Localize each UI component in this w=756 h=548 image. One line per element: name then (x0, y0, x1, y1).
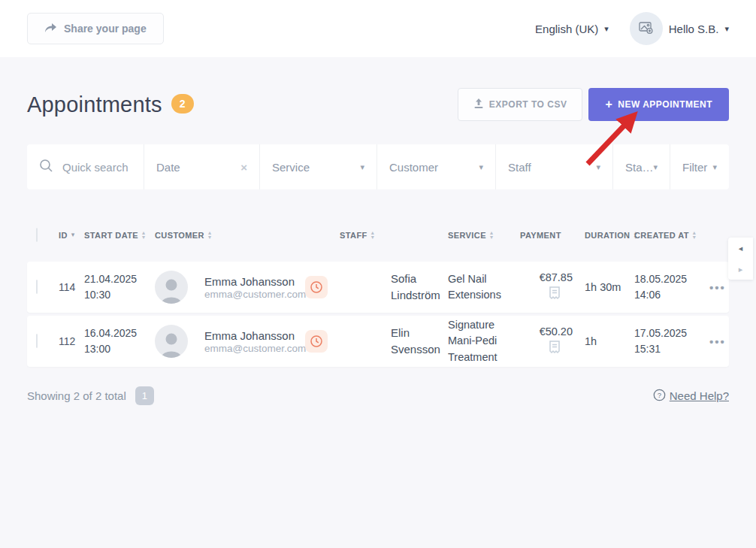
plus-icon: + (605, 98, 612, 111)
sort-icon: ▴▾ (142, 231, 145, 240)
topbar-right: English (UK) ▾ Hello S.B. (535, 12, 729, 45)
chevron-down-icon: ▾ (724, 24, 729, 34)
start-date-cell: 16.04.2025 13:00 (84, 325, 155, 357)
invoice-icon[interactable] (547, 286, 573, 304)
payment-cell: €87.85 (520, 271, 574, 304)
export-to-csv-button[interactable]: EXPORT TO CSV (458, 88, 583, 121)
share-button-label: Share your page (64, 23, 147, 35)
service-filter-label: Service (272, 161, 310, 174)
row-actions-menu[interactable]: ••• (706, 335, 729, 348)
duration-cell: 1h 30m (574, 281, 634, 293)
payment-cell: €50.20 (520, 325, 574, 358)
topbar: Share your page English (UK) ▾ (0, 0, 756, 57)
table-footer: Showing 2 of 2 total 1 ? Need Help? (27, 386, 729, 405)
date-filter-label: Date (156, 161, 180, 174)
share-your-page-button[interactable]: Share your page (27, 13, 164, 44)
export-button-label: EXPORT TO CSV (489, 99, 567, 110)
column-header-id[interactable]: ID ▾ (59, 229, 84, 242)
column-header-customer[interactable]: CUSTOMER ▴▾ (155, 229, 305, 242)
invoice-icon[interactable] (547, 340, 573, 358)
payment-amount: €87.85 (540, 271, 573, 283)
customer-avatar (155, 271, 188, 304)
chevron-down-icon: ▾ (654, 162, 658, 172)
scroll-columns-right-icon[interactable]: ▸ (739, 265, 743, 274)
created-at-cell: 18.05.2025 14:06 (634, 271, 706, 303)
column-header-duration[interactable]: DURATION ▴▾ (574, 229, 634, 242)
table-header: ID ▾ START DATE ▴▾ CUSTOMER ▴▾ STAFF ▴▾ … (27, 189, 729, 262)
avatar (630, 12, 663, 45)
service-cell: Signature Mani-Pedi Treatment (448, 317, 520, 365)
language-selector[interactable]: English (UK) ▾ (535, 23, 609, 35)
table-row[interactable]: 112 16.04.2025 13:00 Emma Johansson emma… (27, 316, 729, 367)
new-appointment-label: NEW APPOINTMENT (618, 99, 712, 110)
language-label: English (UK) (535, 23, 598, 35)
quick-search-field (27, 144, 144, 189)
filter-bar: Date × Service ▾ Customer ▾ Staff ▾ Sta…… (27, 144, 729, 189)
customer-email: emma@customer.com (204, 289, 305, 300)
sort-icon: ▴▾ (490, 231, 493, 240)
customer-cell: Emma Johansson emma@customer.com (194, 275, 305, 300)
chevron-down-icon: ▾ (604, 24, 609, 34)
start-date-cell: 21.04.2025 10:30 (84, 271, 155, 303)
sort-icon: ▴▾ (208, 231, 211, 240)
column-header-service[interactable]: SERVICE ▴▾ (448, 229, 520, 242)
sort-icon: ▴▾ (371, 231, 374, 240)
sort-icon: ▴▾ (693, 231, 696, 240)
greeting-label: Hello S.B. (669, 23, 719, 35)
row-actions-menu[interactable]: ••• (706, 281, 729, 294)
customer-name: Emma Johansson (204, 329, 305, 342)
table-row[interactable]: 114 21.04.2025 10:30 Emma Johansson emma… (27, 262, 729, 313)
column-header-payment: PAYMENT (520, 229, 574, 242)
appointments-count-badge: 2 (171, 94, 194, 114)
date-filter[interactable]: Date × (144, 144, 260, 189)
share-icon (44, 23, 56, 34)
question-circle-icon: ? (653, 389, 666, 404)
pending-status-clock-icon (305, 276, 328, 298)
filter-dropdown[interactable]: Filter ▾ (670, 144, 729, 189)
customer-name: Emma Johansson (204, 275, 305, 288)
appointment-id: 114 (59, 281, 84, 293)
staff-name: Elin Svensson (382, 325, 448, 358)
need-help-label: Need Help? (670, 389, 729, 402)
chevron-down-icon: ▾ (479, 162, 483, 172)
status-filter[interactable]: Sta… ▾ (613, 144, 670, 189)
pending-status-clock-icon (305, 330, 328, 353)
showing-count-label: Showing 2 of 2 total (27, 389, 126, 402)
upload-icon (473, 98, 484, 111)
staff-filter[interactable]: Staff ▾ (496, 144, 613, 189)
chevron-down-icon: ▾ (360, 162, 364, 172)
staff-filter-label: Staff (508, 161, 531, 174)
need-help-link[interactable]: ? Need Help? (653, 389, 729, 404)
new-appointment-button[interactable]: + NEW APPOINTMENT (588, 88, 729, 121)
staff-name: Sofia Lindström (382, 271, 448, 304)
column-header-created-at[interactable]: CREATED AT ▴▾ (634, 229, 706, 242)
customer-avatar (155, 325, 188, 358)
select-all-checkbox[interactable] (36, 228, 38, 242)
page-number-badge[interactable]: 1 (135, 386, 154, 405)
row-checkbox[interactable] (36, 334, 38, 348)
customer-filter-label: Customer (389, 161, 438, 174)
customer-cell: Emma Johansson emma@customer.com (194, 329, 305, 354)
sort-desc-icon: ▾ (71, 230, 75, 241)
chevron-down-icon: ▾ (712, 162, 717, 172)
title-row: Appointments 2 EXPORT TO CSV + NEW APPOI… (0, 57, 756, 121)
search-icon (39, 159, 53, 175)
scroll-columns-left-icon[interactable]: ◂ (739, 244, 743, 253)
appointments-table: ID ▾ START DATE ▴▾ CUSTOMER ▴▾ STAFF ▴▾ … (27, 189, 729, 367)
column-header-start-date[interactable]: START DATE ▴▾ (84, 229, 155, 242)
column-header-staff[interactable]: STAFF ▴▾ (340, 229, 448, 242)
service-cell: Gel Nail Extensions (448, 271, 520, 303)
filter-dropdown-label: Filter (682, 161, 707, 174)
customer-email: emma@customer.com (204, 343, 305, 354)
clear-icon[interactable]: × (240, 161, 247, 174)
page-title: Appointments (27, 92, 162, 117)
search-input[interactable] (62, 161, 138, 174)
payment-amount: €50.20 (540, 325, 573, 338)
column-scroller: ◂ ▸ (728, 238, 753, 280)
customer-filter[interactable]: Customer ▾ (377, 144, 496, 189)
status-filter-label: Sta… (625, 161, 654, 174)
created-at-cell: 17.05.2025 15:31 (634, 325, 706, 357)
service-filter[interactable]: Service ▾ (260, 144, 377, 189)
row-checkbox[interactable] (36, 280, 38, 294)
user-menu[interactable]: Hello S.B. ▾ (630, 12, 729, 45)
